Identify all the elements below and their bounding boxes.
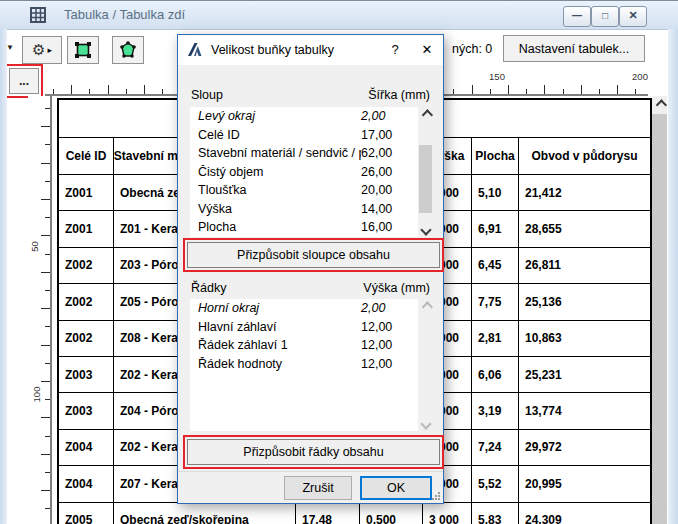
ruler-tick bbox=[45, 181, 50, 182]
table-cell[interactable]: 24,309 bbox=[519, 503, 650, 524]
table-cell[interactable]: 17,48 bbox=[296, 503, 360, 524]
polygon-icon bbox=[118, 40, 138, 60]
table-cell[interactable]: 7,75 bbox=[472, 284, 519, 319]
ok-button[interactable]: OK bbox=[360, 476, 432, 500]
table-cell[interactable]: Z002 bbox=[59, 284, 114, 319]
scroll-up-button[interactable] bbox=[652, 96, 667, 114]
table-cell[interactable]: 0,500 bbox=[360, 503, 423, 524]
list-item[interactable]: Řádek záhlaví 112,00 bbox=[190, 336, 433, 355]
fit-columns-button[interactable]: Přizpůsobit sloupce obsahu bbox=[187, 242, 440, 268]
scrollbar-thumb[interactable] bbox=[652, 114, 667, 524]
table-cell[interactable]: 5,10 bbox=[472, 175, 519, 210]
scroll-up-button[interactable] bbox=[418, 107, 433, 122]
table-cell[interactable]: 6,91 bbox=[472, 211, 519, 246]
scroll-down-button[interactable] bbox=[418, 416, 433, 431]
table-cell[interactable]: Obecná zeď/skořepina bbox=[114, 503, 296, 524]
table-cell[interactable]: Z002 bbox=[59, 321, 114, 356]
rows-list[interactable]: Horní okraj2,00Hlavní záhlaví12,00Řádek … bbox=[190, 299, 433, 431]
table-cell[interactable]: 7,24 bbox=[472, 430, 519, 465]
app-window: Tabulka / Tabulka zdí — □ ✕ ▼ ⚙ ▸ ných: … bbox=[0, 0, 678, 524]
list-scrollbar[interactable] bbox=[418, 299, 433, 431]
table-options-button[interactable]: ... bbox=[9, 68, 39, 94]
table-cell[interactable]: 21,412 bbox=[519, 175, 650, 210]
ruler-tick bbox=[45, 472, 50, 473]
table-header-cell[interactable]: Plocha bbox=[472, 138, 519, 174]
table-cell[interactable]: 6,45 bbox=[472, 248, 519, 283]
cancel-button[interactable]: Zrušit bbox=[284, 476, 352, 500]
ruler-tick bbox=[41, 454, 50, 455]
list-item[interactable]: Řádek hodnoty12,00 bbox=[190, 355, 433, 374]
list-item[interactable]: Čistý objem26,00 bbox=[190, 163, 433, 182]
settings-gear-button[interactable]: ⚙ ▸ bbox=[22, 36, 62, 64]
dropdown-arrow-icon[interactable]: ▼ bbox=[6, 43, 14, 52]
table-cell[interactable]: 3,19 bbox=[472, 393, 519, 428]
app-logo-icon bbox=[187, 42, 203, 58]
table-cell[interactable]: Z001 bbox=[59, 211, 114, 246]
table-cell[interactable]: Z004 bbox=[59, 466, 114, 501]
title-bar[interactable]: Tabulka / Tabulka zdí — □ ✕ bbox=[0, 1, 678, 30]
fit-rows-button[interactable]: Přizpůsobit řádky obsahu bbox=[187, 439, 440, 465]
marquee-select-button[interactable] bbox=[67, 36, 99, 64]
list-item-name: Plocha bbox=[198, 220, 361, 234]
vertical-scrollbar[interactable] bbox=[652, 96, 667, 524]
list-item[interactable]: Levý okraj2,00 bbox=[190, 107, 433, 126]
ruler-tick bbox=[41, 308, 50, 309]
ruler-tick bbox=[490, 89, 491, 94]
table-cell[interactable]: Z003 bbox=[59, 393, 114, 428]
ruler-tick bbox=[472, 85, 473, 94]
table-cell[interactable]: 2,81 bbox=[472, 321, 519, 356]
table-cell[interactable]: Z003 bbox=[59, 357, 114, 392]
dialog-close-button[interactable]: ✕ bbox=[414, 39, 440, 61]
scroll-up-button[interactable] bbox=[418, 299, 433, 314]
scrollbar-thumb[interactable] bbox=[419, 145, 432, 213]
list-item[interactable]: Horní okraj2,00 bbox=[190, 299, 433, 318]
chevron-up-icon bbox=[421, 301, 432, 312]
close-button[interactable]: ✕ bbox=[619, 6, 647, 27]
columns-section-label: Sloup bbox=[191, 88, 223, 102]
table-cell[interactable]: 28,655 bbox=[519, 211, 650, 246]
ruler-tick bbox=[41, 235, 50, 236]
table-cell[interactable]: 13,774 bbox=[519, 393, 650, 428]
ruler-tick bbox=[599, 89, 600, 94]
table-settings-button[interactable]: Nastavení tabulek... bbox=[503, 35, 645, 62]
table-grid-icon bbox=[30, 7, 46, 23]
table-cell[interactable]: 6,06 bbox=[472, 357, 519, 392]
ruler-tick bbox=[41, 272, 50, 273]
polygon-select-button[interactable] bbox=[112, 36, 144, 64]
table-cell[interactable]: Z001 bbox=[59, 175, 114, 210]
table-cell[interactable]: 3 000 bbox=[423, 503, 472, 524]
list-item[interactable]: Výška14,00 bbox=[190, 200, 433, 219]
dialog-title-bar[interactable]: Velikost buňky tabulky ? ✕ bbox=[178, 35, 443, 65]
list-item-value: 12,00 bbox=[361, 357, 417, 371]
table-header-cell[interactable]: Celé ID bbox=[59, 138, 114, 174]
table-cell[interactable]: 5,52 bbox=[472, 466, 519, 501]
table-cell[interactable]: 29,972 bbox=[519, 430, 650, 465]
list-item[interactable]: Hlavní záhlaví12,00 bbox=[190, 318, 433, 337]
scroll-down-button[interactable] bbox=[418, 222, 433, 237]
list-item-name: Řádek hodnoty bbox=[198, 357, 361, 371]
table-cell[interactable]: 25,136 bbox=[519, 284, 650, 319]
ruler-tick bbox=[617, 85, 618, 94]
minimize-button[interactable]: — bbox=[563, 6, 591, 27]
table-cell[interactable]: Z005 bbox=[59, 503, 114, 524]
table-cell[interactable]: 5,83 bbox=[472, 503, 519, 524]
list-scrollbar[interactable] bbox=[418, 107, 433, 237]
table-cell[interactable]: 20,995 bbox=[519, 466, 650, 501]
resize-grip[interactable] bbox=[431, 491, 440, 500]
table-cell[interactable]: Z002 bbox=[59, 248, 114, 283]
table-cell[interactable]: 10,863 bbox=[519, 321, 650, 356]
list-item[interactable]: Tloušťka20,00 bbox=[190, 181, 433, 200]
table-cell[interactable]: Z004 bbox=[59, 430, 114, 465]
list-item[interactable]: Stavební materiál / sendvič / p...62,00 bbox=[190, 144, 433, 163]
ruler-tick bbox=[45, 217, 50, 218]
list-item[interactable]: Celé ID17,00 bbox=[190, 126, 433, 145]
table-cell[interactable]: 26,811 bbox=[519, 248, 650, 283]
maximize-button[interactable]: □ bbox=[591, 6, 619, 27]
table-cell[interactable]: 25,231 bbox=[519, 357, 650, 392]
ruler-tick bbox=[89, 89, 90, 94]
list-item[interactable]: Plocha16,00 bbox=[190, 218, 433, 237]
help-button[interactable]: ? bbox=[383, 39, 407, 61]
list-item-value: 12,00 bbox=[361, 338, 417, 352]
table-header-cell[interactable]: Obvod v půdorysu bbox=[519, 138, 650, 174]
columns-list[interactable]: Levý okraj2,00Celé ID17,00Stavební mater… bbox=[190, 107, 433, 237]
